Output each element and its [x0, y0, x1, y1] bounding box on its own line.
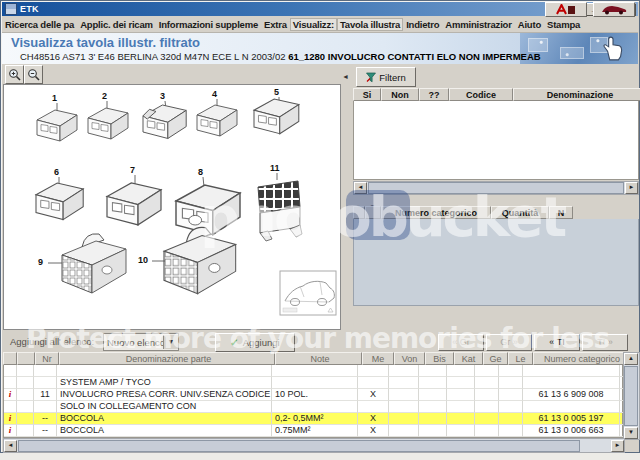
car-position-inset [280, 271, 336, 315]
diagram-part-8[interactable] [176, 185, 240, 235]
illustration-ref: 61_1280 INVOLUCRO CONTATTI ELO NON IMPER… [288, 51, 541, 62]
col-info [3, 352, 17, 365]
col-kat[interactable]: Kat [454, 352, 483, 365]
part-number-label[interactable]: 4 [212, 89, 217, 99]
col-note[interactable]: Note [275, 352, 362, 365]
add-button[interactable]: ✓ Aggiungi [215, 333, 295, 352]
menu-informazioni[interactable]: Informazioni suppleme [156, 18, 261, 31]
info-icon[interactable]: i [4, 389, 17, 401]
vehicle-info: CH48516 AS71 3' E46 BERLINA 320d M47N EC… [20, 51, 286, 62]
menu-applic[interactable]: Applic. dei ricam [77, 18, 156, 31]
menu-visualizza[interactable]: Visualizz: [290, 18, 337, 31]
part-number-label[interactable]: 1 [52, 93, 57, 103]
part-number-label[interactable]: 10 [138, 255, 148, 265]
col-bis[interactable]: Bis [425, 352, 454, 365]
diagram-part-2[interactable] [88, 108, 128, 139]
filter-table-header: Si Non ?? Codice Denominazione [353, 88, 640, 101]
col-unknown[interactable]: ?? [419, 88, 449, 101]
nav-next-group-button[interactable]: Gr » [486, 334, 532, 351]
table-row-group[interactable]: SOLO IN COLLEGAMENTO CON [4, 401, 622, 413]
menu-extra[interactable]: Extra [261, 18, 290, 31]
panel-splitter-vertical[interactable]: ◄ [341, 65, 351, 331]
menu-ricerca[interactable]: Ricerca delle pa [2, 18, 77, 31]
menu-stampa[interactable]: Stampa [544, 18, 583, 31]
part-number-label[interactable]: 9 [38, 257, 43, 267]
col-denominazione[interactable]: Denominazione [513, 88, 640, 101]
scrollbar-thumb[interactable] [18, 440, 580, 452]
scroll-down-icon[interactable]: ▼ [624, 427, 638, 439]
diagram-part-1[interactable] [37, 110, 77, 141]
part-number-label[interactable]: 8 [198, 167, 203, 177]
diagram-part-3[interactable] [143, 105, 186, 138]
table-row-part-selected[interactable]: i -- BOCCOLA 0,2- 0,5MM² X 61 13 0 005 1… [4, 413, 622, 425]
list-select[interactable]: Nuovo elenco ▼ [103, 333, 179, 351]
nav-prev-group-button[interactable]: « Gr [438, 334, 484, 351]
info-icon[interactable]: i [4, 425, 17, 437]
illustration-panel[interactable]: 1 2 3 4 5 6 7 8 9 10 11 [3, 84, 341, 330]
menu-aiuto[interactable]: Aiuto [515, 18, 544, 31]
info-icon [4, 377, 17, 389]
info-icon[interactable]: i [4, 413, 17, 425]
col-von[interactable]: Von [394, 352, 425, 365]
scrollbar-thumb[interactable] [624, 366, 638, 426]
scroll-right-icon[interactable]: ► [625, 182, 638, 194]
part-number-label[interactable]: 3 [160, 91, 165, 101]
page-header: Visualizza tavola illustr. filtrato CH48… [2, 33, 638, 64]
col-non[interactable]: Non [381, 88, 419, 101]
diagram-part-6[interactable] [36, 183, 83, 220]
car-button[interactable] [593, 2, 635, 17]
table-row[interactable] [4, 365, 622, 377]
col-denominazione-parte[interactable]: Denominazione parte [59, 352, 275, 365]
filter-button[interactable]: Filtern [356, 67, 416, 87]
zoom-in-button[interactable] [5, 65, 24, 84]
col-quantita[interactable]: Quantità [491, 206, 549, 219]
table-row-part[interactable]: i -- BOCCOLA 0.75MM² X 61 13 0 006 663 [4, 425, 622, 437]
part-number-label[interactable]: 11 [270, 163, 280, 173]
nav-next-table-button[interactable]: TI » [582, 334, 628, 351]
col-nr[interactable]: Nr [35, 352, 59, 365]
col-codice[interactable]: Codice [449, 88, 513, 101]
part-number-label[interactable]: 2 [102, 91, 107, 101]
car-icon [600, 4, 628, 15]
title-bar[interactable]: ETK _ ❐ × [2, 2, 638, 16]
nav-prev-table-button[interactable]: « TI [534, 334, 580, 351]
menu-amministrazione[interactable]: Amministrazior [442, 18, 514, 31]
col-numero-categorico[interactable]: Numero categorico [533, 352, 631, 365]
panel-splitter-horizontal[interactable]: ▲ ▼ [353, 195, 637, 206]
col-si[interactable]: Si [353, 88, 381, 101]
diagram-part-10[interactable] [164, 227, 236, 293]
menu-indietro[interactable]: Indietro [403, 18, 442, 31]
scroll-left-icon[interactable]: ◄ [354, 182, 367, 194]
info-icon [4, 401, 17, 413]
chevron-down-icon[interactable]: ▼ [163, 335, 178, 349]
scroll-left-icon[interactable]: ◄ [4, 440, 17, 452]
brand-logo-button[interactable] [545, 2, 587, 17]
diagram-part-9[interactable] [62, 234, 126, 293]
diagram-part-11[interactable] [258, 181, 302, 241]
part-number-label[interactable]: 6 [54, 167, 59, 177]
diagram-part-4[interactable] [197, 105, 237, 136]
hand-cursor-icon [602, 36, 624, 62]
diagram-part-7[interactable] [107, 183, 161, 225]
col-ge[interactable]: Ge [483, 352, 508, 365]
brand-logo-icon [555, 4, 577, 15]
col-n[interactable]: N [549, 206, 573, 219]
scroll-up-icon[interactable]: ▲ [624, 353, 638, 365]
diagram-part-5[interactable] [254, 99, 299, 134]
parts-vertical-scrollbar[interactable]: ▲ ▼ [623, 352, 640, 440]
part-number-label[interactable]: 7 [130, 165, 135, 175]
filter-horizontal-scrollbar[interactable]: ◄ ► [353, 181, 639, 195]
zoom-out-button[interactable] [24, 65, 43, 84]
scroll-right-icon[interactable]: ► [611, 440, 624, 452]
collapse-left-icon[interactable]: ◄ [342, 73, 349, 80]
table-row-part[interactable]: i 11 INVOLUCRO PRESA CORR. UNIV.SENZA CO… [4, 389, 622, 401]
part-number-label[interactable]: 5 [274, 87, 279, 97]
parts-horizontal-scrollbar[interactable]: ◄ ► [3, 438, 625, 453]
col-me[interactable]: Me [362, 352, 394, 365]
col-numero-categorico[interactable]: Numero categorico [381, 206, 491, 219]
table-row-group[interactable]: SYSTEM AMP / TYCO [4, 377, 622, 389]
menu-tavola[interactable]: Tavola illustra [337, 18, 403, 31]
col-le[interactable]: Le [508, 352, 533, 365]
scrollbar-thumb[interactable] [368, 182, 624, 194]
selection-table-body [353, 219, 639, 306]
